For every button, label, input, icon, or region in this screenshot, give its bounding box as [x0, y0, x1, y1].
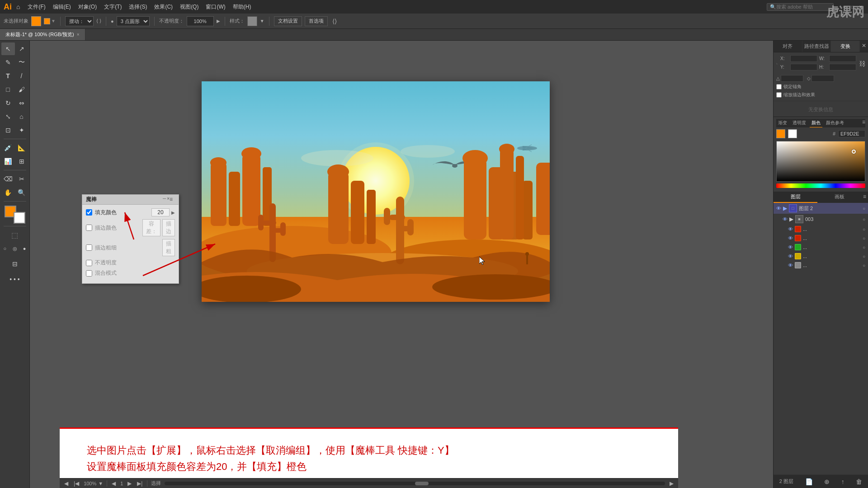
layer-eye-red1[interactable]: 👁 — [788, 226, 793, 232]
home-icon[interactable]: ⌂ — [16, 3, 20, 10]
menu-select[interactable]: 选择(S) — [126, 2, 150, 12]
tab-pathfinder[interactable]: 路径查找器 — [802, 41, 831, 52]
layer-item-gray[interactable]: 👁 ... ○ — [774, 261, 868, 270]
layer-vis-003[interactable]: ○ — [863, 217, 865, 222]
draw-behind-btn[interactable]: ● — [19, 242, 29, 255]
artboards-tab[interactable]: 画板 — [817, 192, 861, 203]
color-options-btn[interactable]: ≡ — [862, 119, 865, 127]
preferences-button[interactable]: 首选项 — [305, 16, 328, 26]
menu-object[interactable]: 对象(O) — [75, 2, 100, 12]
layer-eye-003[interactable]: 👁 — [783, 216, 788, 222]
blend-mode-checkbox[interactable] — [86, 270, 92, 277]
stroke-color-swatch[interactable] — [44, 18, 50, 24]
x-input[interactable] — [790, 55, 817, 62]
menu-window[interactable]: 窗口(W) — [203, 2, 228, 12]
measure-tool[interactable]: 📐 — [15, 141, 28, 154]
fill-tolerance-value[interactable]: 20 — [151, 208, 170, 216]
first-page-btn[interactable]: |◀ — [73, 480, 80, 487]
background-swatch[interactable] — [14, 212, 25, 224]
arrange-icon[interactable]: ⟨⟩ — [332, 18, 337, 25]
transparency-tab[interactable]: 透明度 — [791, 119, 808, 127]
rectangle-tool[interactable]: □ — [1, 83, 15, 96]
extra-tool-btn[interactable]: ⊟ — [8, 258, 22, 270]
next-artboard-btn[interactable]: ▶ — [127, 480, 132, 487]
color-fg-swatch[interactable] — [776, 129, 785, 138]
gradient-tab[interactable]: 渐变 — [776, 119, 789, 127]
fill-tolerance-arrow[interactable]: ▶ — [171, 210, 175, 215]
opacity-input[interactable] — [187, 16, 214, 26]
menu-text[interactable]: 文字(T) — [101, 2, 125, 12]
color-picker-gradient[interactable] — [776, 141, 865, 182]
menu-effect[interactable]: 效果(C) — [151, 2, 176, 12]
line-tool[interactable]: / — [15, 70, 28, 82]
layers-tab[interactable]: 图层 — [774, 192, 817, 203]
y-input[interactable] — [790, 64, 817, 70]
point-select[interactable]: 3 点圆形 — [117, 16, 150, 26]
scale-stroke-checkbox[interactable] — [776, 92, 782, 98]
doc-settings-button[interactable]: 文档设置 — [274, 16, 302, 26]
more-tools-btn[interactable]: • • • — [8, 273, 22, 286]
none-fill-btn[interactable]: ⬚ — [8, 229, 22, 241]
layer-eye-yellow[interactable]: 👁 — [788, 253, 793, 259]
draw-inside-btn[interactable]: ◎ — [10, 242, 20, 255]
style-swatch[interactable] — [247, 16, 257, 26]
scrollbar-thumb[interactable] — [415, 482, 429, 485]
hex-input[interactable] — [838, 130, 865, 137]
panel-menu-btn[interactable]: ≡ — [170, 196, 177, 203]
move-layer-btn[interactable]: ↑ — [841, 478, 844, 485]
grid-tool[interactable]: ⊞ — [15, 155, 28, 168]
paintbrush-tool[interactable]: 🖌 — [15, 83, 28, 96]
scissors-tool[interactable]: ✂ — [15, 173, 28, 185]
color-picker-cursor[interactable] — [852, 150, 856, 154]
new-layer-btn[interactable]: 📄 — [805, 478, 813, 485]
layer-vis-layer2[interactable]: ○ — [863, 206, 865, 211]
layer-expand-arrow[interactable]: ▶ — [783, 205, 787, 211]
free-transform-tool[interactable]: ⊡ — [1, 124, 15, 136]
layers-options-btn[interactable]: ≡ — [861, 192, 868, 203]
stroke-color-checkbox[interactable] — [86, 225, 92, 231]
tab-align[interactable]: 对齐 — [774, 41, 802, 52]
eyedropper-tool[interactable]: 💉 — [1, 141, 15, 154]
layer-vis-green[interactable]: ○ — [863, 245, 865, 250]
color-bg-swatch[interactable] — [788, 129, 797, 138]
reflect-tool[interactable]: ⇔ — [15, 97, 28, 109]
scale-tool[interactable]: ⤡ — [1, 110, 15, 123]
stroke-width-checkbox[interactable] — [86, 244, 92, 251]
menu-file[interactable]: 文件(F) — [24, 2, 48, 12]
lock-anchor-checkbox[interactable] — [776, 84, 782, 89]
layer-vis-yellow[interactable]: ○ — [863, 254, 865, 259]
menu-help[interactable]: 帮助(H) — [230, 2, 255, 12]
scroll-right-btn[interactable]: ▶ — [669, 480, 675, 487]
search-input[interactable] — [776, 4, 830, 9]
h-input[interactable] — [829, 64, 856, 70]
horizontal-scrollbar[interactable] — [165, 482, 665, 485]
puppet-warp-tool[interactable]: ✦ — [15, 124, 28, 136]
layer-eye-layer2[interactable]: 👁 — [776, 206, 781, 211]
layer-item-red2[interactable]: 👁 ... ○ — [774, 234, 868, 243]
layer-item-003[interactable]: 👁 ▶ ■ 003 ○ — [774, 214, 868, 225]
opacity-checkbox[interactable] — [86, 260, 92, 266]
prev-artboard-btn[interactable]: ◀ — [111, 480, 117, 487]
layer-eye-red2[interactable]: 👁 — [788, 235, 793, 241]
layer-item-yellow[interactable]: 👁 ... ○ — [774, 252, 868, 261]
screen-mode-btn[interactable]: ⊟ — [8, 258, 22, 270]
panel-options-btn[interactable]: ✕ — [860, 41, 868, 52]
layer-item-red1[interactable]: 👁 ... ○ — [774, 225, 868, 234]
rotate-tool[interactable]: ↻ — [1, 97, 15, 109]
pen-tool[interactable]: ✎ — [1, 56, 15, 69]
hand-tool[interactable]: ✋ — [1, 186, 15, 199]
w-input[interactable] — [829, 55, 856, 62]
direct-selection-tool[interactable]: ↗ — [15, 42, 28, 55]
angle-input[interactable] — [781, 75, 803, 82]
document-tab[interactable]: 未标题-1* @ 100% (RGB/预览) × — [0, 29, 85, 40]
brush-select[interactable]: 摆动： — [65, 16, 94, 26]
type-tool[interactable]: T — [1, 70, 15, 82]
fill-color-checkbox[interactable] — [86, 209, 92, 216]
layer-eye-gray[interactable]: 👁 — [788, 263, 793, 268]
shear-input[interactable] — [811, 75, 834, 82]
link-icon[interactable]: ⛓ — [859, 60, 865, 67]
zoom-dropdown[interactable]: ▼ — [98, 481, 103, 486]
prev-page-btn[interactable]: ◀ — [63, 480, 69, 487]
menu-edit[interactable]: 编辑(E) — [50, 2, 74, 12]
normal-mode-btn[interactable]: ○ — [0, 242, 10, 255]
